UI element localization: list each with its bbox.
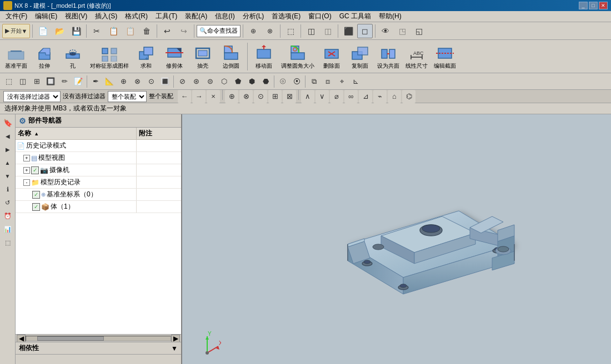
- menu-item-f[interactable]: 文件(F): [2, 11, 31, 22]
- view-button[interactable]: 👁: [378, 24, 393, 38]
- feat-btn-10[interactable]: ⊗: [131, 75, 144, 88]
- menu-item-a[interactable]: 装配(A): [182, 11, 211, 22]
- sel-other7-button[interactable]: ⌂: [388, 90, 401, 103]
- menu-item-o[interactable]: 窗口(O): [305, 11, 334, 22]
- expand-camera[interactable]: +: [23, 167, 30, 174]
- maximize-button[interactable]: □: [589, 2, 598, 9]
- sel-other1-button[interactable]: ∧: [301, 90, 314, 103]
- scroll-thumb[interactable]: [37, 336, 104, 341]
- feat-btn-3[interactable]: ⊞: [30, 75, 43, 88]
- command-search[interactable]: 🔍 命令查找器: [197, 25, 241, 37]
- menu-item-s[interactable]: 插入(S): [92, 11, 121, 22]
- pattern-button[interactable]: 对称征形成图样: [87, 42, 132, 72]
- minimize-button[interactable]: _: [579, 2, 588, 9]
- feat-btn-8[interactable]: 📐: [103, 75, 116, 88]
- feat-btn-6[interactable]: 📝: [72, 75, 85, 88]
- resize-blend-button[interactable]: 调整圆角大小: [278, 42, 317, 72]
- scroll-left-button[interactable]: ◀: [17, 335, 26, 342]
- sel-other4-button[interactable]: ∞: [344, 90, 358, 103]
- cut-button[interactable]: ✂: [89, 24, 104, 38]
- copy-button[interactable]: 📋: [106, 24, 121, 38]
- open-button[interactable]: 📂: [52, 24, 67, 38]
- menu-item-r[interactable]: 格式(R): [122, 11, 151, 22]
- expand-model-view[interactable]: +: [23, 155, 30, 161]
- sel-back-button[interactable]: ←: [178, 90, 191, 103]
- sidebar-btn-5[interactable]: ▼: [2, 170, 14, 182]
- sel-snap3-button[interactable]: ⊙: [254, 90, 267, 103]
- move-face-button[interactable]: 移动面: [250, 42, 278, 72]
- feat-btn-7[interactable]: ✒: [89, 75, 102, 88]
- display2-button[interactable]: ◻: [357, 24, 373, 38]
- expand-model-history[interactable]: -: [23, 179, 30, 186]
- sel-snap5-button[interactable]: ⊠: [283, 90, 296, 103]
- sel-other2-button[interactable]: ∨: [315, 90, 329, 103]
- trim-button[interactable]: 修剪体: [161, 42, 188, 72]
- sidebar-btn-1[interactable]: 🔖: [2, 117, 14, 129]
- menu-item-h[interactable]: 帮助(H): [375, 11, 405, 22]
- menu-item-t[interactable]: 工具(T): [152, 11, 181, 22]
- sidebar-btn-9[interactable]: 📊: [2, 223, 14, 235]
- sel-snap4-button[interactable]: ⊞: [268, 90, 282, 103]
- hole-button[interactable]: 孔: [59, 42, 87, 72]
- feat-btn-9[interactable]: ⊕: [117, 75, 130, 88]
- select-button[interactable]: ⬚: [283, 24, 298, 38]
- unite-button[interactable]: + 求和: [132, 42, 160, 72]
- feat-btn-16[interactable]: ⬡: [217, 75, 231, 88]
- tree-row-body[interactable]: ✓ 📦 体（1）: [16, 201, 181, 213]
- snap2-button[interactable]: ⊗: [262, 24, 278, 38]
- viewport[interactable]: X Y: [182, 114, 611, 364]
- edge-blend-button[interactable]: 边倒圆: [217, 42, 245, 72]
- sel-other8-button[interactable]: ⌬: [402, 90, 415, 103]
- sel-other3-button[interactable]: ⌀: [330, 90, 343, 103]
- sidebar-btn-7[interactable]: ↺: [2, 196, 14, 209]
- sidebar-btn-10[interactable]: ⬚: [2, 236, 14, 249]
- extrude-button[interactable]: 拉伸: [31, 42, 58, 72]
- start-button[interactable]: ▶ 开始 ▼: [2, 24, 30, 38]
- feat-btn-18[interactable]: ⬢: [245, 75, 258, 88]
- view3-button[interactable]: ◱: [411, 24, 427, 38]
- feat-btn-13[interactable]: ⊘: [176, 75, 189, 88]
- tree-row-history-mode[interactable]: 📄 历史记录模式: [16, 140, 181, 152]
- feat-btn-23[interactable]: ⧈: [321, 75, 334, 88]
- feat-btn-21[interactable]: ⦿: [290, 75, 303, 88]
- sel-fwd-button[interactable]: →: [192, 90, 206, 103]
- menu-item-e[interactable]: 编辑(E): [32, 11, 61, 22]
- view2-button[interactable]: ◳: [394, 24, 410, 38]
- feat-btn-5[interactable]: ✏: [58, 75, 71, 88]
- feat-btn-15[interactable]: ⊜: [203, 75, 217, 88]
- tree-row-model-view[interactable]: + ▤ 模型视图: [16, 152, 181, 164]
- display-button[interactable]: ⬛: [340, 24, 356, 38]
- edit-section-button[interactable]: 编辑截面: [431, 42, 459, 72]
- tree-row-camera[interactable]: + ✓ 📷 摄像机: [16, 164, 181, 176]
- coplanar-button[interactable]: 设为共面: [374, 42, 402, 72]
- sidebar-btn-4[interactable]: ▲: [2, 156, 14, 169]
- layer-button[interactable]: ◫: [303, 24, 319, 38]
- scroll-right-button[interactable]: ▶: [171, 335, 180, 342]
- feat-btn-20[interactable]: ⦾: [276, 75, 289, 88]
- menu-item-v[interactable]: 视图(V): [62, 11, 91, 22]
- feat-btn-2[interactable]: ◫: [16, 75, 29, 88]
- feat-btn-1[interactable]: ⬚: [2, 75, 16, 88]
- feat-btn-12[interactable]: 🔳: [158, 75, 172, 88]
- menu-item-l[interactable]: 分析(L): [239, 11, 268, 22]
- sidebar-btn-3[interactable]: ▶: [2, 143, 14, 155]
- shell-button[interactable]: 抽壳: [189, 42, 217, 72]
- menu-item-i[interactable]: 信息(I): [212, 11, 238, 22]
- sel-other6-button[interactable]: ⌁: [373, 90, 387, 103]
- feat-btn-25[interactable]: ⊾: [349, 75, 362, 88]
- feat-btn-24[interactable]: ⌖: [335, 75, 348, 88]
- sidebar-btn-8[interactable]: ⏰: [2, 210, 14, 222]
- filter-dropdown[interactable]: 没有选择过滤器: [3, 91, 61, 102]
- assembly-dropdown[interactable]: 整个装配: [108, 91, 147, 102]
- menu-item-gc[interactable]: GC 工具箱: [336, 11, 374, 22]
- datum-plane-button[interactable]: 基准平面: [2, 42, 30, 72]
- layer2-button[interactable]: ◫: [320, 24, 335, 38]
- save-button[interactable]: 💾: [68, 24, 84, 38]
- feat-btn-22[interactable]: ⧉: [307, 75, 320, 88]
- linear-dim-button[interactable]: ABC 线性尺寸: [403, 42, 430, 72]
- feat-btn-11[interactable]: ⊙: [144, 75, 158, 88]
- sel-clear-button[interactable]: ×: [207, 90, 220, 103]
- feat-btn-4[interactable]: 🔲: [44, 75, 57, 88]
- close-button[interactable]: ✕: [599, 2, 608, 9]
- paste-button[interactable]: 📋: [122, 24, 138, 38]
